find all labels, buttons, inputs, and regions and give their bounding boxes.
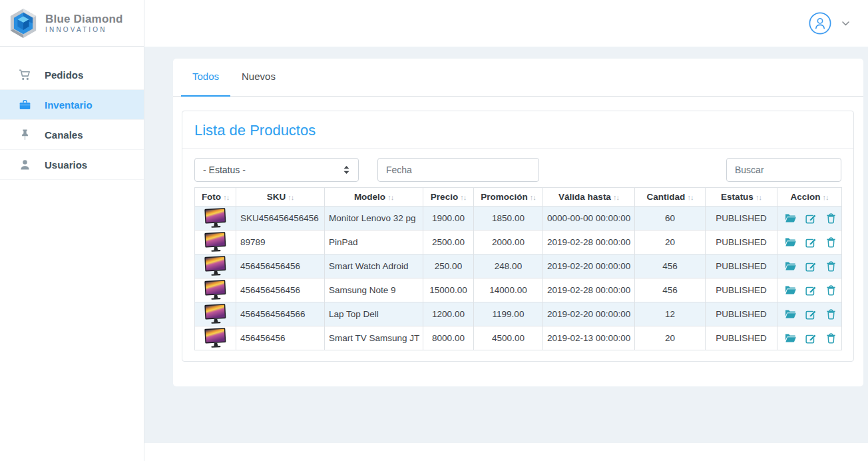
products-table-body: SKU456456456456 Monitor Lenovo 32 pg 190… — [195, 207, 842, 350]
edit-button[interactable] — [805, 261, 817, 272]
column-header-promocion[interactable]: Promoción — [474, 188, 543, 207]
sidebar-item-pedidos[interactable]: Pedidos — [0, 60, 144, 90]
edit-button[interactable] — [805, 285, 817, 296]
column-header-cantidad[interactable]: Cantidad — [635, 188, 706, 207]
tab-todos[interactable]: Todos — [181, 59, 230, 96]
open-folder-button[interactable] — [785, 213, 796, 223]
sidebar-item-inventario[interactable]: Inventario — [0, 90, 144, 120]
table-row: 456456456456 Samsung Note 9 15000.00 140… — [195, 278, 842, 302]
cell-actions — [777, 278, 842, 302]
open-folder-button[interactable] — [785, 285, 796, 295]
edit-button[interactable] — [805, 309, 817, 320]
sidebar-item-label: Usuarios — [45, 159, 87, 171]
column-header-foto[interactable]: Foto — [195, 188, 236, 207]
sidebar-item-canales[interactable]: Canales — [0, 120, 144, 150]
monitor-photo — [199, 328, 232, 348]
table-header-row: Foto SKU Modelo Precio Promoción Válida … — [195, 188, 842, 207]
status-badge: PUBLISHED — [706, 326, 777, 350]
chevron-down-icon[interactable] — [841, 19, 851, 28]
table-row: 456456456 Smart TV Samsung JT 8000.00 45… — [195, 326, 842, 350]
content-area: Todos Nuevos Lista de Productos - Estatu… — [144, 47, 868, 461]
cell-modelo: Monitor Lenovo 32 pg — [325, 207, 423, 230]
cart-icon — [19, 69, 31, 81]
table-row: 4564564564566 Lap Top Dell 1200.00 1199.… — [195, 302, 842, 326]
sidebar-item-usuarios[interactable]: Usuarios — [0, 150, 144, 180]
sidebar: Pedidos Inventario — [0, 47, 144, 461]
column-header-modelo[interactable]: Modelo — [325, 188, 423, 207]
pin-icon — [19, 129, 31, 141]
cell-cantidad: 456 — [635, 254, 706, 278]
cell-actions — [777, 302, 842, 326]
column-header-accion[interactable]: Accion — [777, 188, 842, 207]
cell-actions — [777, 207, 842, 230]
delete-button[interactable] — [826, 333, 836, 344]
cell-precio: 1200.00 — [423, 302, 474, 326]
cell-cantidad: 12 — [635, 302, 706, 326]
cell-promocion: 14000.00 — [474, 278, 543, 302]
delete-button[interactable] — [826, 237, 836, 248]
cell-valida-hasta: 2019-02-28 00:00:00 — [543, 230, 635, 254]
page-title: Lista de Productos — [194, 121, 841, 139]
cell-promocion: 2000.00 — [474, 230, 543, 254]
tab-bar: Todos Nuevos — [173, 59, 863, 97]
cell-modelo: PinPad — [325, 230, 423, 254]
products-table: Foto SKU Modelo Precio Promoción Válida … — [194, 187, 842, 350]
product-list-card: Lista de Productos - Estatus - — [182, 111, 854, 362]
cell-precio: 1900.00 — [423, 207, 474, 230]
status-badge: PUBLISHED — [706, 207, 777, 230]
status-badge: PUBLISHED — [706, 302, 777, 326]
app-window: Blue Diamond INNOVATION — [0, 0, 868, 461]
tabs-panel: Todos Nuevos Lista de Productos - Estatu… — [173, 59, 863, 386]
cell-valida-hasta: 2019-02-20 00:00:00 — [543, 254, 635, 278]
delete-button[interactable] — [826, 285, 836, 296]
blue-diamond-hexagon-logo-icon — [8, 8, 39, 39]
sort-icon — [530, 193, 536, 201]
cell-actions — [777, 230, 842, 254]
open-folder-button[interactable] — [785, 261, 796, 271]
cell-actions — [777, 326, 842, 350]
fecha-input[interactable] — [377, 158, 539, 182]
cell-actions — [777, 254, 842, 278]
cell-promocion: 1850.00 — [474, 207, 543, 230]
edit-button[interactable] — [805, 237, 817, 248]
column-header-valida-hasta[interactable]: Válida hasta — [543, 188, 635, 207]
sort-icon — [460, 193, 466, 201]
status-badge: PUBLISHED — [706, 230, 777, 254]
sort-icon — [823, 193, 829, 201]
status-select[interactable]: - Estatus - — [194, 158, 359, 182]
monitor-photo — [199, 280, 232, 300]
user-menu-button[interactable] — [809, 12, 831, 35]
edit-button[interactable] — [805, 333, 817, 344]
cell-sku: 456456456 — [236, 326, 325, 350]
open-folder-button[interactable] — [785, 237, 796, 247]
status-badge: PUBLISHED — [706, 278, 777, 302]
cell-precio: 250.00 — [423, 254, 474, 278]
cell-sku: SKU456456456456 — [236, 207, 325, 230]
user-icon — [19, 159, 31, 171]
delete-button[interactable] — [826, 309, 836, 320]
cell-precio: 8000.00 — [423, 326, 474, 350]
open-folder-button[interactable] — [785, 309, 796, 319]
user-icon — [809, 12, 831, 35]
cell-modelo: Lap Top Dell — [325, 302, 423, 326]
cell-promocion: 1199.00 — [474, 302, 543, 326]
tab-nuevos[interactable]: Nuevos — [230, 59, 287, 96]
cell-valida-hasta: 2019-02-28 00:00:00 — [543, 278, 635, 302]
status-select-value: - Estatus - — [203, 165, 246, 175]
buscar-input[interactable] — [726, 158, 841, 182]
brand-logo[interactable]: Blue Diamond INNOVATION — [0, 0, 144, 47]
sort-icon — [756, 193, 761, 201]
delete-button[interactable] — [826, 261, 836, 272]
cell-sku: 456456456456 — [236, 254, 325, 278]
delete-button[interactable] — [826, 213, 836, 224]
cell-sku: 89789 — [236, 230, 325, 254]
table-row: 456456456456 Smart Watch Adroid 250.00 2… — [195, 254, 842, 278]
cell-valida-hasta: 2019-02-13 00:00:00 — [543, 326, 635, 350]
open-folder-button[interactable] — [785, 333, 796, 343]
column-header-estatus[interactable]: Estatus — [706, 188, 777, 207]
cell-sku: 4564564564566 — [236, 302, 325, 326]
column-header-precio[interactable]: Precio — [423, 188, 474, 207]
edit-button[interactable] — [805, 213, 817, 224]
sort-icon — [687, 193, 693, 201]
column-header-sku[interactable]: SKU — [236, 188, 325, 207]
